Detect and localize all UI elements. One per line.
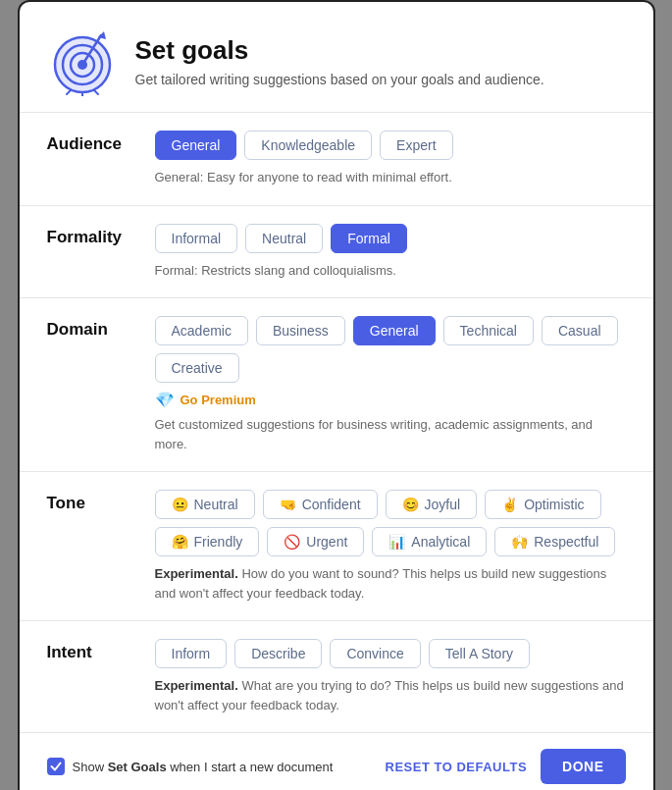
footer-label-bold: Set Goals bbox=[108, 760, 167, 774]
intent-desc-bold: Experimental. bbox=[155, 678, 238, 693]
formality-btn-group: Informal Neutral Formal bbox=[155, 224, 626, 253]
optimistic-label: Optimistic bbox=[524, 497, 584, 512]
go-premium-link[interactable]: Go Premium bbox=[181, 393, 256, 407]
tone-section: Tone 😐 Neutral 🤜 Confident 😊 Joyful bbox=[20, 472, 653, 621]
audience-expert-btn[interactable]: Expert bbox=[380, 131, 452, 160]
tone-label: Tone bbox=[47, 490, 155, 603]
intent-convince-btn[interactable]: Convince bbox=[330, 639, 420, 668]
tone-btn-group-row1: 😐 Neutral 🤜 Confident 😊 Joyful ✌️ Optimi… bbox=[155, 490, 626, 519]
reset-to-defaults-button[interactable]: RESET TO DEFAULTS bbox=[386, 760, 528, 774]
formality-label: Formality bbox=[47, 224, 155, 281]
intent-describe-btn[interactable]: Describe bbox=[234, 639, 322, 668]
tone-description: Experimental. How do you want to sound? … bbox=[155, 564, 626, 603]
formality-description: Formal: Restricts slang and colloquialis… bbox=[155, 261, 626, 281]
joyful-label: Joyful bbox=[425, 497, 461, 512]
set-goals-modal: Set goals Get tailored writing suggestio… bbox=[18, 0, 655, 790]
domain-section: Domain Academic Business General Technic… bbox=[20, 298, 653, 472]
intent-btn-group: Inform Describe Convince Tell A Story bbox=[155, 639, 626, 668]
tone-content: 😐 Neutral 🤜 Confident 😊 Joyful ✌️ Optimi… bbox=[155, 490, 626, 603]
footer-label-prefix: Show bbox=[73, 760, 108, 774]
domain-content: Academic Business General Technical Casu… bbox=[155, 316, 626, 453]
footer-label-suffix: when I start a new document bbox=[167, 760, 334, 774]
domain-casual-btn[interactable]: Casual bbox=[542, 316, 618, 345]
intent-tell-story-btn[interactable]: Tell A Story bbox=[429, 639, 530, 668]
audience-knowledgeable-btn[interactable]: Knowledgeable bbox=[244, 131, 372, 160]
neutral-label: Neutral bbox=[194, 497, 238, 512]
analytical-label: Analytical bbox=[411, 534, 470, 550]
respectful-emoji: 🙌 bbox=[511, 534, 528, 550]
footer-right: RESET TO DEFAULTS DONE bbox=[386, 749, 626, 784]
domain-general-btn[interactable]: General bbox=[353, 316, 436, 345]
premium-row: 💎 Go Premium bbox=[155, 391, 626, 409]
svg-line-9 bbox=[94, 90, 98, 94]
tone-respectful-btn[interactable]: 🙌 Respectful bbox=[494, 527, 615, 556]
domain-creative-btn[interactable]: Creative bbox=[155, 353, 239, 383]
header-text: Set goals Get tailored writing suggestio… bbox=[135, 35, 544, 87]
audience-section: Audience General Knowledgeable Expert Ge… bbox=[20, 113, 653, 206]
tone-joyful-btn[interactable]: 😊 Joyful bbox=[386, 490, 478, 519]
done-button[interactable]: DONE bbox=[541, 749, 625, 784]
intent-label: Intent bbox=[47, 639, 155, 714]
confident-emoji: 🤜 bbox=[280, 497, 296, 512]
modal-header: Set goals Get tailored writing suggestio… bbox=[20, 2, 653, 113]
respectful-label: Respectful bbox=[534, 534, 598, 550]
analytical-emoji: 📊 bbox=[388, 534, 405, 550]
audience-general-btn[interactable]: General bbox=[155, 131, 237, 160]
intent-inform-btn[interactable]: Inform bbox=[155, 639, 228, 668]
goals-icon bbox=[47, 26, 118, 96]
intent-content: Inform Describe Convince Tell A Story Ex… bbox=[155, 639, 626, 714]
audience-btn-group: General Knowledgeable Expert bbox=[155, 131, 626, 160]
urgent-emoji: 🚫 bbox=[284, 534, 300, 550]
domain-btn-group: Academic Business General Technical Casu… bbox=[155, 316, 626, 383]
diamond-icon: 💎 bbox=[155, 391, 175, 409]
footer-checkbox-label: Show Set Goals when I start a new docume… bbox=[73, 760, 334, 774]
confident-label: Confident bbox=[302, 497, 361, 512]
show-set-goals-checkbox[interactable] bbox=[47, 758, 65, 775]
intent-section: Intent Inform Describe Convince Tell A S… bbox=[20, 621, 653, 732]
formality-formal-btn[interactable]: Formal bbox=[331, 224, 407, 253]
formality-neutral-btn[interactable]: Neutral bbox=[245, 224, 323, 253]
domain-label: Domain bbox=[47, 316, 155, 453]
tone-urgent-btn[interactable]: 🚫 Urgent bbox=[267, 527, 364, 556]
formality-content: Informal Neutral Formal Formal: Restrict… bbox=[155, 224, 626, 281]
tone-btn-group-row2: 🤗 Friendly 🚫 Urgent 📊 Analytical 🙌 Respe… bbox=[155, 527, 626, 556]
friendly-label: Friendly bbox=[194, 534, 243, 550]
domain-business-btn[interactable]: Business bbox=[256, 316, 345, 345]
formality-section: Formality Informal Neutral Formal Formal… bbox=[20, 206, 653, 299]
footer-left: Show Set Goals when I start a new docume… bbox=[47, 758, 334, 775]
audience-content: General Knowledgeable Expert General: Ea… bbox=[155, 131, 626, 187]
domain-academic-btn[interactable]: Academic bbox=[155, 316, 248, 345]
friendly-emoji: 🤗 bbox=[172, 534, 188, 550]
page-subtitle: Get tailored writing suggestions based o… bbox=[135, 72, 544, 87]
intent-description: Experimental. What are you trying to do?… bbox=[155, 676, 626, 714]
audience-label: Audience bbox=[47, 131, 155, 187]
tone-friendly-btn[interactable]: 🤗 Friendly bbox=[155, 527, 260, 556]
audience-description: General: Easy for anyone to read with mi… bbox=[155, 168, 626, 187]
modal-footer: Show Set Goals when I start a new docume… bbox=[20, 732, 653, 790]
modal-body: Audience General Knowledgeable Expert Ge… bbox=[20, 113, 653, 732]
formality-informal-btn[interactable]: Informal bbox=[155, 224, 238, 253]
neutral-emoji: 😐 bbox=[172, 497, 188, 512]
domain-technical-btn[interactable]: Technical bbox=[443, 316, 534, 345]
optimistic-emoji: ✌️ bbox=[501, 497, 518, 512]
tone-optimistic-btn[interactable]: ✌️ Optimistic bbox=[485, 490, 600, 519]
page-title: Set goals bbox=[135, 35, 544, 66]
tone-neutral-btn[interactable]: 😐 Neutral bbox=[155, 490, 255, 519]
svg-line-7 bbox=[67, 90, 71, 94]
urgent-label: Urgent bbox=[306, 534, 347, 550]
domain-description: Get customized suggestions for business … bbox=[155, 415, 626, 453]
tone-confident-btn[interactable]: 🤜 Confident bbox=[263, 490, 378, 519]
tone-analytical-btn[interactable]: 📊 Analytical bbox=[372, 527, 487, 556]
joyful-emoji: 😊 bbox=[402, 497, 419, 512]
tone-desc-bold: Experimental. bbox=[155, 566, 238, 581]
